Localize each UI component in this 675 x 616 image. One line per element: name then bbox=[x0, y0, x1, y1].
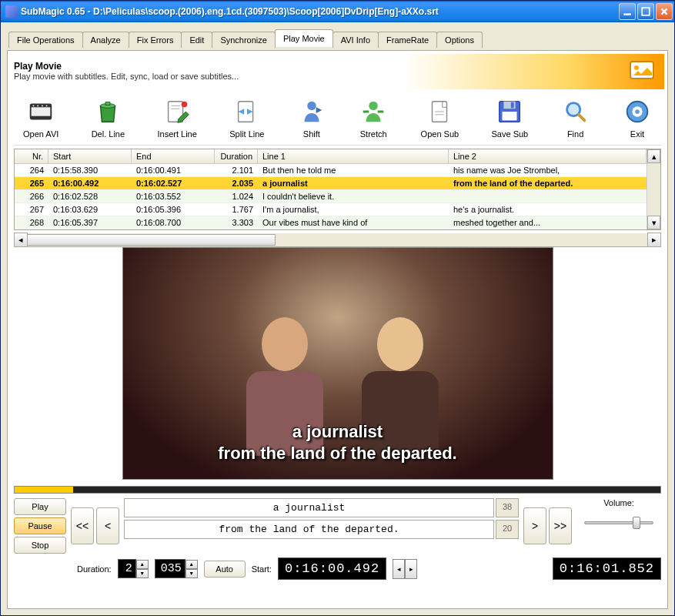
line2-input[interactable] bbox=[124, 520, 494, 539]
shift-button[interactable]: Shift bbox=[297, 97, 326, 139]
floppy-icon bbox=[495, 97, 524, 126]
stretch-button[interactable]: Stretch bbox=[359, 97, 388, 139]
table-row[interactable]: 2640:15:58.3900:16:00.4912.101But then h… bbox=[15, 164, 647, 177]
progress-bar[interactable] bbox=[14, 486, 661, 494]
next-fast-button[interactable]: >> bbox=[549, 507, 572, 544]
prev-fast-button[interactable]: << bbox=[71, 507, 94, 544]
panel-subtitle: Play movie with subtitles. Edit, sync, l… bbox=[14, 72, 239, 81]
scroll-down-icon[interactable]: ▾ bbox=[647, 216, 660, 229]
find-button[interactable]: Find bbox=[561, 97, 590, 139]
col-nr[interactable]: Nr. bbox=[15, 149, 48, 163]
doc-icon bbox=[425, 97, 454, 126]
exit-button[interactable]: Exit bbox=[623, 97, 652, 139]
doc-split-icon bbox=[232, 97, 262, 126]
panel-corner-icon bbox=[626, 57, 660, 85]
volume-slider[interactable] bbox=[584, 515, 653, 531]
start-prev[interactable]: ◂ bbox=[393, 559, 405, 579]
maximize-button[interactable] bbox=[637, 3, 654, 20]
app-window: SubMagic 0.65 - D:\Peliculas\scoop.(2006… bbox=[0, 0, 675, 616]
start-time: 0:16:00.492 bbox=[278, 557, 386, 580]
col-duration[interactable]: Duration bbox=[215, 149, 258, 163]
panel-header: Play Movie Play movie with subtitles. Ed… bbox=[11, 54, 664, 89]
tab-framerate[interactable]: FrameRate bbox=[378, 32, 437, 48]
table-row[interactable]: 2660:16:02.5280:16:03.5521.024I couldn't… bbox=[15, 190, 647, 203]
tab-analyze[interactable]: Analyze bbox=[82, 32, 129, 48]
progress-fill bbox=[15, 487, 73, 493]
close-button[interactable] bbox=[656, 3, 673, 20]
minimize-button[interactable] bbox=[619, 3, 636, 20]
duration-label: Duration: bbox=[77, 564, 112, 574]
tab-play-movie[interactable]: Play Movie bbox=[275, 29, 333, 47]
col-line1[interactable]: Line 1 bbox=[258, 149, 449, 163]
tab-file-operations[interactable]: File Operations bbox=[8, 32, 83, 48]
dur-sec-up[interactable]: ▲ bbox=[136, 560, 149, 569]
insert-line-button[interactable]: Insert Line bbox=[157, 97, 196, 139]
tab-synchronize[interactable]: Synchronize bbox=[212, 32, 276, 48]
dur-ms-up[interactable]: ▲ bbox=[185, 560, 198, 569]
svg-point-19 bbox=[369, 102, 378, 110]
horizontal-scrollbar[interactable]: ◂ ▸ bbox=[14, 233, 661, 247]
svg-point-3 bbox=[634, 65, 639, 70]
burned-subtitle: a journalist from the land of the depart… bbox=[123, 421, 553, 465]
open-sub-button[interactable]: Open Sub bbox=[421, 97, 459, 139]
duration-sec[interactable]: 2 bbox=[118, 559, 136, 578]
video-preview[interactable]: a journalist from the land of the depart… bbox=[122, 247, 553, 480]
auto-button[interactable]: Auto bbox=[204, 561, 246, 578]
prev-button[interactable]: < bbox=[96, 507, 119, 544]
next-button[interactable]: > bbox=[523, 507, 546, 544]
dur-ms-down[interactable]: ▼ bbox=[185, 569, 198, 578]
del-line-button[interactable]: Del. Line bbox=[92, 97, 125, 139]
pause-button[interactable]: Pause bbox=[14, 517, 66, 534]
tab-avi-info[interactable]: AVI Info bbox=[332, 32, 379, 48]
start-label: Start: bbox=[252, 564, 272, 574]
tab-options[interactable]: Options bbox=[436, 32, 483, 48]
save-sub-button[interactable]: Save Sub bbox=[492, 97, 529, 139]
table-row[interactable]: 2670:16:03.6290:16:05.3961.767I'm a jour… bbox=[15, 203, 647, 216]
window-title: SubMagic 0.65 - D:\Peliculas\scoop.(2006… bbox=[21, 6, 619, 17]
scroll-right-icon[interactable]: ▸ bbox=[647, 233, 661, 247]
svg-point-16 bbox=[182, 102, 188, 108]
vertical-scrollbar[interactable]: ▴ ▾ bbox=[647, 149, 660, 229]
scroll-thumb[interactable] bbox=[27, 234, 276, 246]
dur-sec-down[interactable]: ▼ bbox=[136, 569, 149, 578]
exit-icon bbox=[623, 97, 652, 126]
volume-thumb[interactable] bbox=[633, 517, 640, 529]
subtitle-grid[interactable]: Nr. Start End Duration Line 1 Line 2 264… bbox=[14, 149, 661, 230]
svg-rect-25 bbox=[503, 112, 517, 120]
scroll-left-icon[interactable]: ◂ bbox=[14, 233, 28, 247]
duration-ms[interactable]: 035 bbox=[155, 559, 185, 578]
play-button[interactable]: Play bbox=[14, 498, 66, 515]
col-line2[interactable]: Line 2 bbox=[449, 149, 647, 163]
doc-pencil-icon bbox=[162, 97, 192, 126]
table-row[interactable]: 2650:16:00.4920:16:02.5272.035a journali… bbox=[15, 177, 647, 190]
svg-rect-26 bbox=[511, 102, 514, 109]
current-time: 0:16:01.852 bbox=[553, 557, 661, 580]
svg-point-10 bbox=[46, 105, 48, 106]
volume-label: Volume: bbox=[603, 498, 634, 507]
grid-header[interactable]: Nr. Start End Duration Line 1 Line 2 bbox=[15, 149, 647, 164]
line1-char-count: 38 bbox=[496, 498, 519, 517]
split-line-button[interactable]: Split Line bbox=[229, 97, 264, 139]
panel-title: Play Movie bbox=[14, 61, 239, 72]
col-end[interactable]: End bbox=[132, 149, 215, 163]
svg-point-30 bbox=[635, 109, 640, 114]
tab-edit[interactable]: Edit bbox=[181, 32, 212, 48]
open-avi-button[interactable]: Open AVI bbox=[23, 97, 58, 139]
trash-icon bbox=[93, 97, 122, 126]
svg-point-18 bbox=[307, 102, 316, 110]
svg-rect-12 bbox=[106, 102, 111, 105]
stop-button[interactable]: Stop bbox=[14, 537, 66, 554]
table-row[interactable]: 2680:16:05.3970:16:08.7003.303Our vibes … bbox=[15, 216, 647, 229]
start-next[interactable]: ▸ bbox=[405, 559, 417, 579]
svg-rect-1 bbox=[642, 8, 650, 15]
svg-point-8 bbox=[37, 105, 38, 106]
main-panel: Play Movie Play movie with subtitles. Ed… bbox=[7, 50, 668, 609]
tab-fix-errors[interactable]: Fix Errors bbox=[129, 32, 182, 48]
magnify-icon bbox=[561, 97, 590, 126]
svg-rect-0 bbox=[623, 13, 631, 15]
svg-point-7 bbox=[33, 105, 35, 106]
col-start[interactable]: Start bbox=[48, 149, 132, 163]
scroll-up-icon[interactable]: ▴ bbox=[647, 149, 660, 163]
svg-rect-2 bbox=[630, 62, 653, 79]
line1-input[interactable] bbox=[124, 498, 494, 517]
